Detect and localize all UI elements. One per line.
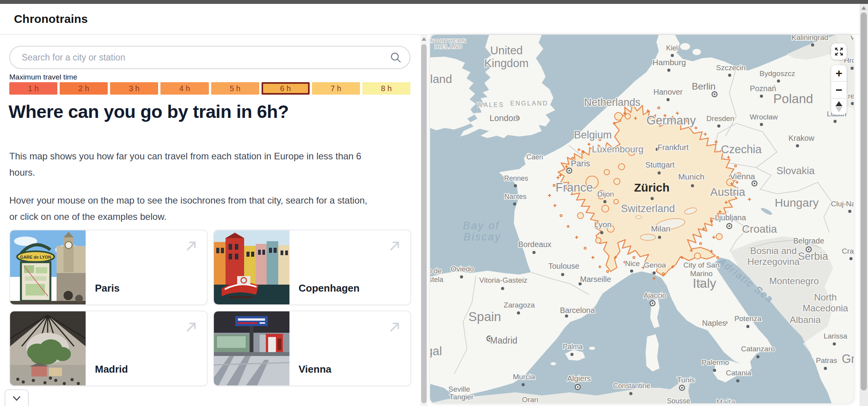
time-button-7h[interactable]: 7 h <box>312 82 360 95</box>
map-label: Slovakia <box>777 165 815 176</box>
open-arrow-icon <box>389 321 401 333</box>
fullscreen-icon <box>834 47 844 56</box>
map-label: Montenegro <box>769 276 819 286</box>
time-button-8h[interactable]: 8 h <box>362 82 410 95</box>
isochrone-ring <box>614 199 618 204</box>
city-dot <box>713 369 716 372</box>
map-label: Bydgoszcz <box>760 69 795 78</box>
capital-dot-center <box>754 183 755 184</box>
city-dot <box>728 74 731 77</box>
city-dot <box>658 171 661 174</box>
city-dot <box>717 124 720 128</box>
map-label: Hamburg <box>653 58 686 67</box>
map-canvas[interactable]: UnitedKingdomelandNORTHERNIRELANDWALESEN… <box>430 35 854 403</box>
map-label: gal <box>430 344 442 358</box>
map-label: Milan <box>651 224 670 233</box>
map-label: Belgium <box>574 129 612 141</box>
collapse-panel-button[interactable] <box>5 389 29 406</box>
map-label: Munich <box>678 172 704 181</box>
map-label: Toulouse <box>548 262 579 270</box>
map-label: Stuttgart <box>645 161 675 169</box>
time-button-4h[interactable]: 4 h <box>160 82 208 95</box>
isochrone-ring <box>596 238 601 243</box>
time-button-3h[interactable]: 3 h <box>110 82 158 95</box>
panel-scrollbar-thumb[interactable] <box>421 44 427 403</box>
example-card-madrid[interactable]: Madrid <box>9 311 208 386</box>
time-button-5h[interactable]: 5 h <box>211 82 259 95</box>
search-input[interactable] <box>9 46 410 69</box>
tilt-up-icon <box>835 101 842 106</box>
map-label: stela <box>430 276 444 283</box>
map-label: Croatia <box>742 223 777 235</box>
map-label: Czechia <box>721 143 762 155</box>
open-arrow-icon <box>389 240 401 252</box>
zoom-out-button[interactable]: − <box>831 81 847 98</box>
tilt-down-icon <box>835 107 842 112</box>
city-dot <box>565 314 568 318</box>
map-label: re <box>848 92 854 100</box>
map-label: Berlin <box>692 81 715 92</box>
tilt-button[interactable] <box>831 98 847 115</box>
map-label: France <box>556 181 593 194</box>
app-title: Chronotrains <box>14 12 88 26</box>
chronotrains-app: Chronotrains Maximum travel time 1 h2 h3… <box>0 0 868 406</box>
city-dot <box>736 379 739 382</box>
search-icon <box>389 51 402 64</box>
map-label: Madrid <box>490 335 517 346</box>
city-dot <box>796 144 799 147</box>
map-label: Zaragoza <box>504 301 535 309</box>
city-dot <box>522 383 525 386</box>
scroll-up-arrow-icon[interactable] <box>422 37 426 41</box>
map-label: Algiers <box>567 374 591 383</box>
city-dot <box>834 120 837 123</box>
travel-time-selector: 1 h2 h3 h4 h5 h6 h7 h8 h <box>9 82 410 95</box>
madrid-photo <box>10 311 86 385</box>
map-label: Ajaccio <box>644 292 666 299</box>
time-button-6h[interactable]: 6 h <box>262 82 310 95</box>
map-label: WALES <box>477 102 504 108</box>
map-label: Tangier <box>450 393 474 401</box>
time-button-2h[interactable]: 2 h <box>60 82 108 95</box>
city-dot <box>570 353 574 356</box>
map-label: Albania <box>790 314 821 325</box>
fullscreen-button[interactable] <box>831 43 847 60</box>
map-label: Gre <box>842 352 854 366</box>
panel-scrollbar[interactable] <box>420 35 427 406</box>
city-dot <box>600 231 603 234</box>
map-label: Nantes <box>504 193 526 200</box>
example-card-vienna[interactable]: Vienna <box>213 311 412 386</box>
map-label: Dresden <box>706 114 734 123</box>
time-button-1h[interactable]: 1 h <box>9 82 57 95</box>
city-dot <box>513 202 516 206</box>
map-label: Constantine <box>613 382 650 390</box>
copenhagen-photo <box>214 230 289 304</box>
capital-dot-center <box>808 249 809 250</box>
isochrone-ring <box>602 205 609 212</box>
map-label: Palermo <box>702 358 729 366</box>
paris-photo: GARE de LYON <box>10 230 86 304</box>
map-label: Hanover <box>653 88 683 96</box>
isochrone-ring <box>694 253 701 259</box>
map-zoom-controls: + − <box>831 65 847 115</box>
chevron-down-icon <box>12 393 22 403</box>
zoom-in-button[interactable]: + <box>831 65 847 81</box>
city-dot <box>460 275 463 278</box>
city-dot <box>671 54 674 57</box>
page-scrollbar-thumb[interactable] <box>861 12 867 390</box>
scroll-up-arrow-icon[interactable] <box>861 6 866 10</box>
map-label: Kaliningrad <box>791 35 828 41</box>
map-label: Switzerland <box>621 203 675 214</box>
page-scrollbar[interactable] <box>859 4 868 406</box>
map-label: Paris <box>571 159 590 168</box>
map-label: Germany <box>646 114 696 127</box>
vienna-photo <box>214 311 289 385</box>
map-label: Serbia <box>798 251 828 262</box>
example-card-paris[interactable]: GARE de LYON Paris <box>9 230 208 305</box>
map-label: Ljubljana <box>715 213 746 222</box>
city-dot <box>667 69 670 72</box>
city-dot <box>756 355 760 358</box>
open-arrow-icon <box>185 240 198 252</box>
card-title: Paris <box>95 282 120 294</box>
map-label: Netherlands <box>584 97 641 108</box>
example-card-copenhagen[interactable]: Copenhagen <box>213 230 412 305</box>
